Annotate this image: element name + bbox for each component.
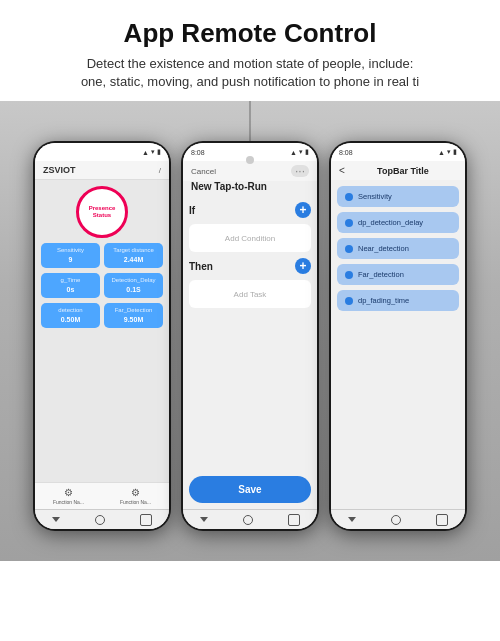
recent-nav-2[interactable] xyxy=(288,514,300,526)
topbar-title: TopBar Title xyxy=(349,166,457,176)
back-nav-3[interactable] xyxy=(348,517,356,522)
battery-icon-3: ▮ xyxy=(453,148,457,156)
grid-item-far-detection[interactable]: Far_Detection 9.50M xyxy=(104,303,163,328)
gear-icon-2: ⚙ xyxy=(131,487,140,498)
setting-dot xyxy=(345,193,353,201)
signal-icon-2: ▲ xyxy=(290,149,297,156)
back-nav-2[interactable] xyxy=(200,517,208,522)
setting-dot-3 xyxy=(345,245,353,253)
phone-2: 8:08 ▲ ▾ ▮ Cancel ··· New Tap-to-Run If … xyxy=(181,141,319,531)
subtitle: Detect the existence and motion state of… xyxy=(20,55,480,91)
phone1-grid3: detection 0.50M Far_Detection 9.50M xyxy=(41,303,163,328)
func-item-1[interactable]: ⚙ Function Na... xyxy=(53,487,84,505)
page-title: App Remote Control xyxy=(20,18,480,49)
then-section-header: Then + xyxy=(189,258,311,274)
phone1-nav xyxy=(35,509,169,529)
phone1-grid2: g_Time 0s Detection_Delay 0.1S xyxy=(41,273,163,298)
back-button[interactable]: < xyxy=(339,165,345,176)
status-bar-2: 8:08 ▲ ▾ ▮ xyxy=(183,143,317,161)
edit-icon[interactable]: / xyxy=(159,166,161,175)
phone1-content: Presence Status Sensitivity 9 Target dis… xyxy=(35,180,169,482)
grid-item-gtime[interactable]: g_Time 0s xyxy=(41,273,100,298)
phone1-topbar: ZSVIOT / xyxy=(35,161,169,180)
save-button[interactable]: Save xyxy=(189,476,311,503)
phone3-nav xyxy=(331,509,465,529)
grid-item-sensitivity[interactable]: Sensitivity 9 xyxy=(41,243,100,268)
cancel-button[interactable]: Cancel xyxy=(191,167,216,176)
then-label: Then xyxy=(189,261,213,272)
signal-icon: ▲ xyxy=(142,149,149,156)
add-condition-button[interactable]: + xyxy=(295,202,311,218)
setting-row-far-detection[interactable]: Far_detection xyxy=(337,264,459,285)
add-condition-box[interactable]: Add Condition xyxy=(189,224,311,252)
home-nav-2[interactable] xyxy=(243,515,253,525)
phone1-grid: Sensitivity 9 Target distance 2.44M xyxy=(41,243,163,268)
header-section: App Remote Control Detect the existence … xyxy=(0,0,500,101)
phone1-screen: ZSVIOT / Presence Status Sensitivity 9 xyxy=(35,161,169,509)
func-item-2[interactable]: ⚙ Function Na... xyxy=(120,487,151,505)
grid-item-target-distance[interactable]: Target distance 2.44M xyxy=(104,243,163,268)
add-task-button[interactable]: + xyxy=(295,258,311,274)
add-task-box[interactable]: Add Task xyxy=(189,280,311,308)
phone1-func-bar: ⚙ Function Na... ⚙ Function Na... xyxy=(35,482,169,509)
phone-1: ▲ ▾ ▮ ZSVIOT / Presence Status xyxy=(33,141,171,531)
presence-badge: Presence Status xyxy=(76,186,128,238)
wifi-icon: ▾ xyxy=(151,148,155,156)
setting-row-near-detection[interactable]: Near_detection xyxy=(337,238,459,259)
phone2-nav xyxy=(183,509,317,529)
phone2-topbar: Cancel ··· xyxy=(183,161,317,181)
gear-icon: ⚙ xyxy=(64,487,73,498)
if-section-header: If + xyxy=(189,202,311,218)
setting-dot-5 xyxy=(345,297,353,305)
setting-row-sensitivity[interactable]: Sensitivity xyxy=(337,186,459,207)
if-label: If xyxy=(189,205,195,216)
recent-nav[interactable] xyxy=(140,514,152,526)
new-tap-title: New Tap-to-Run xyxy=(183,181,317,196)
phone3-content: Sensitivity dp_detection_delay Near_dete… xyxy=(331,180,465,509)
status-bar-1: ▲ ▾ ▮ xyxy=(35,143,169,161)
phone3-topbar: < TopBar Title xyxy=(331,161,465,180)
wifi-icon-3: ▾ xyxy=(447,148,451,156)
phone3-screen: < TopBar Title Sensitivity dp_detection_… xyxy=(331,161,465,509)
setting-row-detection-delay[interactable]: dp_detection_delay xyxy=(337,212,459,233)
setting-row-fading-time[interactable]: dp_fading_time xyxy=(337,290,459,311)
phone2-content: If + Add Condition Then + Add Task Save xyxy=(183,196,317,509)
back-nav[interactable] xyxy=(52,517,60,522)
phone-3: 8:08 ▲ ▾ ▮ < TopBar Title Sensitivity xyxy=(329,141,467,531)
more-icon[interactable]: ··· xyxy=(291,165,309,177)
recent-nav-3[interactable] xyxy=(436,514,448,526)
battery-icon-2: ▮ xyxy=(305,148,309,156)
grid-item-detection[interactable]: detection 0.50M xyxy=(41,303,100,328)
home-nav-3[interactable] xyxy=(391,515,401,525)
setting-dot-2 xyxy=(345,219,353,227)
signal-icon-3: ▲ xyxy=(438,149,445,156)
setting-dot-4 xyxy=(345,271,353,279)
phone2-screen: Cancel ··· New Tap-to-Run If + Add Condi… xyxy=(183,161,317,509)
battery-icon: ▮ xyxy=(157,148,161,156)
app-title: ZSVIOT xyxy=(43,165,76,175)
status-bar-3: 8:08 ▲ ▾ ▮ xyxy=(331,143,465,161)
phone-section: ▲ ▾ ▮ ZSVIOT / Presence Status xyxy=(0,101,500,561)
wifi-icon-2: ▾ xyxy=(299,148,303,156)
grid-item-detection-delay[interactable]: Detection_Delay 0.1S xyxy=(104,273,163,298)
home-nav[interactable] xyxy=(95,515,105,525)
